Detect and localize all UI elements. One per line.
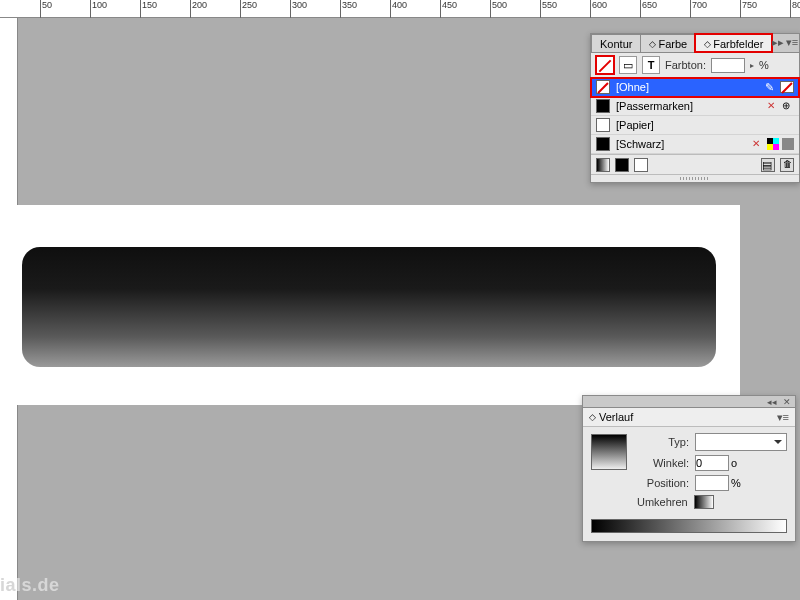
tab-farbfelder[interactable]: ◇Farbfelder bbox=[695, 34, 772, 52]
swatch-row[interactable]: [Papier] bbox=[591, 116, 799, 135]
fill-stroke-icon[interactable] bbox=[596, 56, 614, 74]
pencil-icon: ✎ bbox=[765, 81, 777, 93]
ruler-tick: 750 bbox=[740, 0, 757, 18]
proc-icon bbox=[782, 138, 794, 150]
swatch-color bbox=[596, 80, 610, 94]
swatch-name: [Papier] bbox=[616, 119, 788, 131]
swatch-row[interactable]: [Passermarken]✕⊕ bbox=[591, 97, 799, 116]
swatch-row[interactable]: [Ohne]✎ bbox=[591, 78, 799, 97]
tab-kontur[interactable]: Kontur bbox=[591, 34, 641, 52]
ruler-tick: 500 bbox=[490, 0, 507, 18]
ruler-tick: 100 bbox=[90, 0, 107, 18]
percent-label: % bbox=[759, 59, 769, 71]
ruler-tick: 200 bbox=[190, 0, 207, 18]
position-input[interactable] bbox=[695, 475, 729, 491]
gradient-preview[interactable] bbox=[591, 434, 627, 470]
text-icon[interactable]: T bbox=[642, 56, 660, 74]
x-icon: ✕ bbox=[752, 138, 764, 150]
panel-collapse-icon[interactable]: ▸▸ bbox=[771, 33, 785, 52]
ruler-horizontal: 5010015020025030035040045050055060065070… bbox=[0, 0, 800, 18]
delete-swatch-icon[interactable]: 🗑 bbox=[780, 158, 794, 172]
position-label: Position: bbox=[637, 477, 689, 489]
ruler-tick: 550 bbox=[540, 0, 557, 18]
swatch-color bbox=[596, 99, 610, 113]
winkel-input[interactable] bbox=[695, 455, 729, 471]
tab-farbe[interactable]: ◇Farbe bbox=[640, 34, 696, 52]
panel-menu-icon[interactable]: ▾≡ bbox=[785, 33, 799, 52]
gradient-slider[interactable] bbox=[591, 519, 787, 533]
stepper-icon[interactable]: ▸ bbox=[750, 61, 754, 70]
paper-swatch-icon[interactable] bbox=[634, 158, 648, 172]
none-flag-icon bbox=[780, 81, 794, 93]
x-icon: ✕ bbox=[767, 100, 779, 112]
gradient-panel: ◂◂ ✕ ◇ Verlauf ▾≡ Typ: Winkel: o Positio… bbox=[582, 395, 796, 542]
farbton-input[interactable] bbox=[711, 58, 745, 73]
swatches-toolbar: ▭ T Farbton: ▸ % bbox=[591, 53, 799, 78]
swatches-footer: ▤ 🗑 bbox=[591, 154, 799, 174]
swatch-name: [Schwarz] bbox=[616, 138, 746, 150]
swatch-color bbox=[596, 118, 610, 132]
winkel-label: Winkel: bbox=[637, 457, 689, 469]
ruler-tick: 800 bbox=[790, 0, 800, 18]
ruler-tick: 650 bbox=[640, 0, 657, 18]
solid-swatch-icon[interactable] bbox=[615, 158, 629, 172]
new-swatch-icon[interactable]: ▤ bbox=[761, 158, 775, 172]
panel-collapse-icon[interactable]: ◂◂ bbox=[767, 397, 777, 407]
watermark-text: ials.de bbox=[0, 575, 60, 596]
panel-menu-icon[interactable]: ▾≡ bbox=[777, 411, 789, 424]
reg-mark-icon: ⊕ bbox=[782, 100, 794, 112]
typ-label: Typ: bbox=[637, 436, 689, 448]
umkehren-label: Umkehren bbox=[637, 496, 688, 508]
swatch-name: [Passermarken] bbox=[616, 100, 761, 112]
ruler-tick: 150 bbox=[140, 0, 157, 18]
degree-unit: o bbox=[731, 457, 737, 469]
object-icon[interactable]: ▭ bbox=[619, 56, 637, 74]
ruler-tick: 50 bbox=[40, 0, 52, 18]
panel-resize-grip[interactable] bbox=[591, 174, 799, 182]
panel-close-icon[interactable]: ✕ bbox=[783, 397, 791, 407]
percent-unit: % bbox=[731, 477, 741, 489]
ruler-tick: 600 bbox=[590, 0, 607, 18]
swatches-panel: Kontur ◇Farbe ◇Farbfelder ▸▸ ▾≡ ▭ T Farb… bbox=[590, 33, 800, 183]
swatch-name: [Ohne] bbox=[616, 81, 759, 93]
ruler-tick: 350 bbox=[340, 0, 357, 18]
swatch-color bbox=[596, 137, 610, 151]
swatch-row[interactable]: [Schwarz]✕ bbox=[591, 135, 799, 154]
ruler-tick: 400 bbox=[390, 0, 407, 18]
cmyk-icon bbox=[767, 138, 779, 150]
ruler-tick: 300 bbox=[290, 0, 307, 18]
swatch-list: [Ohne]✎[Passermarken]✕⊕[Papier][Schwarz]… bbox=[591, 78, 799, 154]
farbton-label: Farbton: bbox=[665, 59, 706, 71]
rounded-rectangle-object[interactable] bbox=[22, 247, 716, 367]
document-canvas[interactable] bbox=[0, 205, 740, 405]
ruler-tick: 700 bbox=[690, 0, 707, 18]
reverse-gradient-icon[interactable] bbox=[694, 495, 714, 509]
gradient-panel-controls: ◂◂ ✕ bbox=[583, 396, 795, 408]
ruler-tick: 250 bbox=[240, 0, 257, 18]
gradient-swatch-icon[interactable] bbox=[596, 158, 610, 172]
typ-select[interactable] bbox=[695, 433, 787, 451]
swatches-tabs: Kontur ◇Farbe ◇Farbfelder ▸▸ ▾≡ bbox=[591, 34, 799, 53]
gradient-tab[interactable]: ◇ Verlauf ▾≡ bbox=[583, 408, 795, 427]
ruler-tick: 450 bbox=[440, 0, 457, 18]
